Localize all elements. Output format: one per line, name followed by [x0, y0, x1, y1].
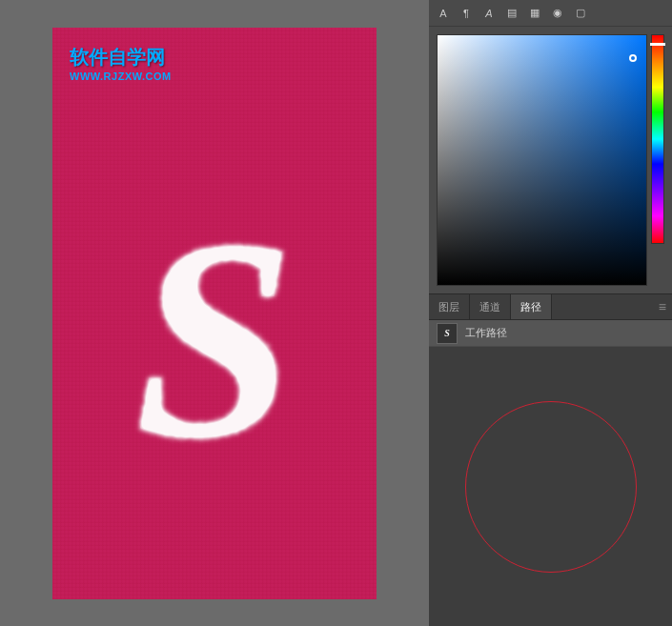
text-italic-icon[interactable]: A — [479, 3, 499, 24]
hue-cursor — [650, 43, 665, 46]
circle-preview — [465, 401, 637, 573]
color-hue-bar[interactable] — [651, 34, 664, 244]
canvas-area: 软件自学网 WWW.RJZXW.COM — [0, 0, 429, 626]
tab-layers[interactable]: 图层 — [429, 294, 470, 319]
text-tool-icon[interactable]: A — [433, 3, 454, 24]
s-letter-container: S S — [81, 139, 348, 501]
color-picker-section — [429, 27, 672, 293]
paths-preview-area — [429, 347, 672, 626]
tab-channels[interactable]: 通道 — [470, 294, 511, 319]
paths-row[interactable]: S 工作路径 — [429, 320, 672, 347]
tab-paths[interactable]: 路径 — [511, 294, 552, 319]
panel-menu-icon[interactable]: ≡ — [653, 294, 672, 319]
watermark-line1: 软件自学网 — [70, 45, 172, 71]
toolbar-icons: A ¶ A ▤ ▦ ◉ ▢ — [433, 3, 591, 24]
canvas-document: 软件自学网 WWW.RJZXW.COM — [52, 28, 377, 599]
right-panel: A ¶ A ▤ ▦ ◉ ▢ 图层 通道 路径 ≡ S — [429, 0, 672, 626]
color-gradient-cursor — [629, 54, 637, 62]
paths-row-label: 工作路径 — [465, 326, 507, 340]
grid-icon[interactable]: ▤ — [501, 3, 522, 24]
color-gradient-picker[interactable] — [437, 34, 647, 286]
color-gradient-inner — [438, 35, 646, 285]
square-icon[interactable]: ▢ — [570, 3, 591, 24]
svg-text:S: S — [135, 180, 295, 496]
paths-panel: S 工作路径 — [429, 320, 672, 626]
circle-icon[interactable]: ◉ — [547, 3, 568, 24]
top-toolbar: A ¶ A ▤ ▦ ◉ ▢ — [429, 0, 672, 27]
s-letter-svg: S S — [81, 139, 348, 501]
watermark: 软件自学网 WWW.RJZXW.COM — [70, 45, 172, 82]
watermark-line2: WWW.RJZXW.COM — [70, 71, 172, 82]
paragraph-icon[interactable]: ¶ — [456, 3, 477, 24]
paths-row-thumbnail: S — [437, 323, 458, 344]
grid2-icon[interactable]: ▦ — [524, 3, 545, 24]
panels-tabs: 图层 通道 路径 ≡ — [429, 293, 672, 320]
